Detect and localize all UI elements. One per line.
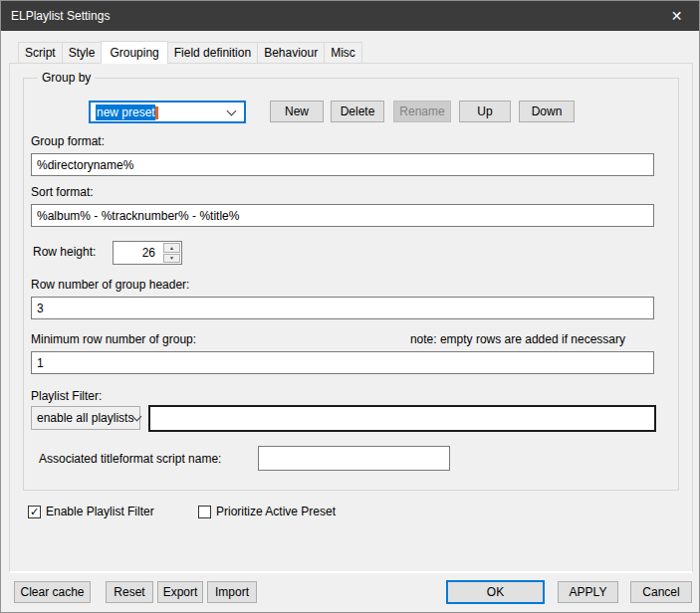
- enable-playlist-filter-label: Enable Playlist Filter: [46, 505, 154, 518]
- rename-button: Rename: [393, 101, 451, 122]
- tab-field-definition[interactable]: Field definition: [167, 42, 258, 63]
- row-height-spinner[interactable]: 26 ▲ ▼: [113, 241, 182, 265]
- enable-playlist-filter-checkbox[interactable]: ✓ Enable Playlist Filter: [28, 505, 154, 518]
- sort-format-input[interactable]: [31, 204, 654, 227]
- row-number-group-header-label: Row number of group header:: [31, 278, 189, 292]
- group-format-label: Group format:: [31, 134, 105, 148]
- tab-script[interactable]: Script: [18, 42, 63, 63]
- row-height-label: Row height:: [33, 245, 96, 259]
- ok-button[interactable]: OK: [446, 580, 545, 604]
- group-by-legend: Group by: [38, 71, 95, 85]
- checkbox-checked-icon: ✓: [28, 506, 41, 518]
- up-button[interactable]: Up: [459, 101, 511, 122]
- playlist-filter-label: Playlist Filter:: [31, 389, 102, 403]
- export-button[interactable]: Export: [157, 581, 203, 603]
- titlebar: ELPlaylist Settings: [1, 1, 699, 31]
- text-caret: [155, 106, 158, 119]
- associated-script-input[interactable]: [258, 446, 450, 471]
- tab-misc[interactable]: Misc: [324, 42, 362, 63]
- spinner-down-icon[interactable]: ▼: [163, 254, 180, 264]
- down-button[interactable]: Down: [519, 101, 575, 122]
- sort-format-label: Sort format:: [31, 185, 94, 199]
- close-icon: ✕: [671, 8, 683, 24]
- tab-bar: Script Style Grouping Field definition B…: [18, 41, 361, 64]
- group-format-input[interactable]: [31, 153, 654, 176]
- close-button[interactable]: ✕: [654, 1, 699, 31]
- prioritize-active-preset-label: Prioritize Active Preset: [216, 505, 336, 518]
- import-button[interactable]: Import: [207, 581, 257, 603]
- cancel-button[interactable]: Cancel: [630, 581, 692, 603]
- row-number-group-header-input[interactable]: [31, 297, 654, 319]
- empty-rows-note: note: empty rows are added if necessary: [350, 332, 625, 346]
- apply-button[interactable]: APPLY: [558, 581, 618, 603]
- minimum-row-number-label: Minimum row number of group:: [31, 332, 196, 346]
- reset-button[interactable]: Reset: [106, 581, 153, 603]
- spinner-up-icon[interactable]: ▲: [163, 243, 180, 253]
- elplaylist-settings-dialog: ELPlaylist Settings ✕ Script Style Group…: [0, 0, 700, 613]
- clear-cache-button[interactable]: Clear cache: [14, 581, 91, 603]
- window-title: ELPlaylist Settings: [11, 9, 110, 23]
- row-height-value: 26: [114, 242, 162, 264]
- prioritize-active-preset-checkbox[interactable]: Prioritize Active Preset: [198, 505, 336, 518]
- minimum-row-number-input[interactable]: [31, 351, 654, 374]
- tab-grouping[interactable]: Grouping: [101, 41, 167, 64]
- preset-combobox-value: new preset: [91, 105, 158, 119]
- tab-style[interactable]: Style: [62, 42, 103, 63]
- playlist-filter-mode-value: enable all playlists: [32, 411, 133, 425]
- spinner-arrows: ▲ ▼: [162, 242, 181, 264]
- playlist-filter-mode-combobox[interactable]: enable all playlists: [31, 406, 140, 430]
- delete-button[interactable]: Delete: [331, 101, 384, 122]
- checkbox-unchecked-icon: [198, 506, 211, 518]
- chevron-down-icon: [227, 105, 237, 115]
- preset-combobox[interactable]: new preset: [89, 101, 246, 123]
- new-button[interactable]: New: [270, 101, 324, 122]
- tab-behaviour[interactable]: Behaviour: [257, 42, 325, 63]
- associated-script-label: Associated titleformat script name:: [39, 452, 221, 466]
- playlist-filter-input[interactable]: [148, 405, 656, 432]
